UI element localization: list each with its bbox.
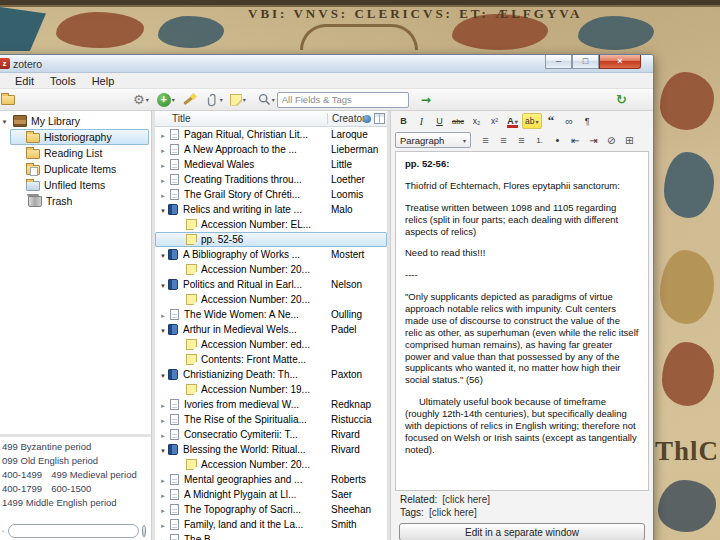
related-value[interactable]: [click here] [442,494,490,505]
collection-my-library[interactable]: My Library [0,113,149,129]
subscript-button[interactable]: x₂ [468,113,485,129]
item-row[interactable]: pp. 52-56 [155,232,387,247]
tag[interactable]: 600-1500 [51,482,91,495]
collection-reading-list[interactable]: Reading List [10,145,149,161]
sync-icon[interactable]: ↻ [616,93,627,106]
new-note-button[interactable]: ▾ [230,94,246,106]
item-row[interactable]: Accession Number: 19... [155,382,387,397]
item-row[interactable]: Christianizing Death: Th... Paxton [155,367,387,382]
outdent-button[interactable]: ⇤ [567,132,584,148]
highlight-button[interactable]: ab [522,113,541,129]
close-button[interactable]: × [599,55,641,69]
add-by-identifier-button[interactable] [182,93,197,107]
tags-value[interactable]: [click here] [429,507,477,518]
font-color-button[interactable]: A [504,113,521,129]
column-header-title[interactable]: Title [155,113,327,124]
item-row[interactable]: Accession Number: ed... [155,337,387,352]
link-button[interactable]: ∞ [561,113,578,129]
item-row[interactable]: Medieval Wales Little [155,157,387,172]
expand-twisty[interactable] [158,189,168,200]
new-attachment-button[interactable]: ▾ [206,93,223,107]
item-row[interactable]: A New Approach to the ... Lieberman [155,142,387,157]
expand-twisty[interactable] [158,474,168,485]
column-picker-icon[interactable] [374,113,385,124]
new-collection-button[interactable] [1,95,15,105]
superscript-button[interactable]: x² [486,113,503,129]
titlebar[interactable]: zotero –□× [0,55,653,73]
blockquote-button[interactable]: “ [543,113,560,129]
search-scope-button[interactable]: ▾ [258,93,275,106]
expand-twisty[interactable] [158,129,168,140]
note-content[interactable]: pp. 52-56:Thiofrid of Echternach, Flores… [395,151,649,491]
expand-twisty[interactable] [158,414,168,425]
item-row[interactable]: Consecratio Cymiterii: T... Rivard [155,427,387,442]
item-row[interactable]: A Bibliography of Works ... Mostert [155,247,387,262]
expand-twisty[interactable] [158,249,168,260]
item-row[interactable]: Arthur in Medieval Wels... Padel [155,322,387,337]
collection-historiography[interactable]: Historiography [10,129,149,145]
expand-twisty[interactable] [158,429,168,440]
italic-button[interactable]: I [413,113,430,129]
expand-twisty[interactable] [158,534,168,540]
search-input[interactable] [277,92,409,108]
item-row[interactable]: The Wide Women: A Ne... Oulling [155,307,387,322]
tag[interactable]: 400-1799 [2,482,42,495]
table-button[interactable]: ⊞ [621,132,638,148]
underline-button[interactable]: U [431,113,448,129]
align-right-button[interactable]: ≡ [513,132,530,148]
align-left-button[interactable]: ≡ [477,132,494,148]
item-row[interactable]: Accession Number: 20... [155,457,387,472]
collection-trash[interactable]: Trash [10,193,149,209]
item-row[interactable]: Family, land and it the La... Smith [155,517,387,532]
expand-twisty[interactable] [158,309,168,320]
numbered-list-button[interactable]: 1. [531,132,548,148]
attachment-column-icon[interactable] [363,115,371,123]
tag[interactable]: 1499 Middle English period [2,496,117,509]
item-row[interactable]: Mental geographies and ... Roberts [155,472,387,487]
expand-twisty[interactable] [158,444,168,455]
new-item-button[interactable]: ▾ [157,93,175,107]
tag-selector-options-icon[interactable] [142,525,146,537]
expand-twisty[interactable] [158,369,168,380]
item-row[interactable]: Politics and Ritual in Earl... Nelson [155,277,387,292]
collection-duplicate-items[interactable]: Duplicate Items [10,161,149,177]
menu-tools[interactable]: Tools [42,75,84,87]
item-row[interactable]: Pagan Ritual, Christian Lit... Laroque [155,127,387,142]
collection-unfiled-items[interactable]: Unfiled Items [10,177,149,193]
expand-twisty[interactable] [0,118,9,125]
item-row[interactable]: Creating Traditions throu... Loether [155,172,387,187]
indent-button[interactable]: ⇥ [585,132,602,148]
tag[interactable]: 499 Medieval period [51,468,137,481]
expand-twisty[interactable] [158,159,168,170]
expand-twisty[interactable] [158,324,168,335]
expand-twisty[interactable] [158,399,168,410]
strikethrough-button[interactable]: abc [449,113,467,129]
maximize-button[interactable]: □ [572,55,599,69]
item-row[interactable]: Ivories from medieval W... Redknap [155,397,387,412]
expand-twisty[interactable] [158,279,168,290]
locate-arrow-icon[interactable]: → [421,94,431,106]
item-row[interactable]: Blessing the World: Ritual... Rivard [155,442,387,457]
expand-twisty[interactable] [158,519,168,530]
edit-in-separate-window-button[interactable]: Edit in a separate window [399,523,645,540]
tag[interactable]: 400-1499 [2,468,42,481]
item-row[interactable]: The Rise of the Spiritualia... Ristuccia [155,412,387,427]
expand-twisty[interactable] [158,144,168,155]
item-row[interactable]: Accession Number: 20... [155,292,387,307]
expand-twisty[interactable] [158,204,168,215]
paragraph-mark-button[interactable]: ¶ [579,113,596,129]
expand-twisty[interactable] [158,174,168,185]
item-row[interactable]: Contents: Front Matte... [155,352,387,367]
item-row[interactable]: Accession Number: EL... [155,217,387,232]
menu-help[interactable]: Help [84,75,123,87]
expand-twisty[interactable] [158,489,168,500]
item-row[interactable]: A Midnight Plygain at Ll... Saer [155,487,387,502]
tag-filter-input[interactable] [8,524,139,538]
collection-actions-button[interactable]: ⚙▾ [133,93,149,106]
item-row[interactable]: The B... [155,532,387,540]
bullet-list-button[interactable]: • [549,132,566,148]
minimize-button[interactable]: – [545,55,572,69]
item-row[interactable]: The Topography of Sacri... Sheehan [155,502,387,517]
expand-twisty[interactable] [158,504,168,515]
tag[interactable]: 099 Old English period [2,454,98,467]
